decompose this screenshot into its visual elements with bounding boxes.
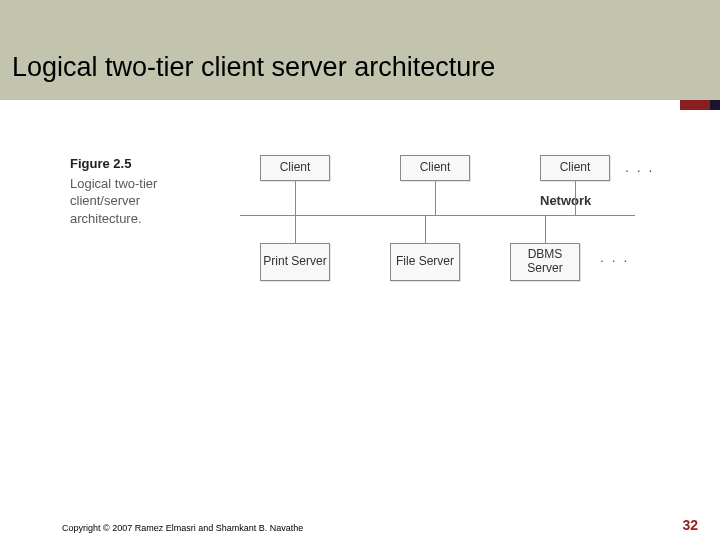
connector-line (575, 181, 576, 215)
figure-area: Figure 2.5 Logical two-tier client/serve… (70, 155, 670, 295)
accent-strip (0, 100, 720, 110)
network-label: Network (540, 193, 591, 208)
client-node: Client (400, 155, 470, 181)
slide-footer: Copyright © 2007 Ramez Elmasri and Shamk… (0, 513, 720, 533)
network-bus-line (240, 215, 635, 216)
server-node: File Server (390, 243, 460, 281)
server-node: DBMS Server (510, 243, 580, 281)
client-node: Client (260, 155, 330, 181)
figure-caption: Figure 2.5 Logical two-tier client/serve… (70, 155, 200, 227)
ellipsis-icon: . . . (600, 249, 629, 265)
connector-line (295, 215, 296, 243)
copyright-text: Copyright © 2007 Ramez Elmasri and Shamk… (62, 523, 303, 533)
client-node: Client (540, 155, 610, 181)
figure-caption-text: Logical two-tier client/server architect… (70, 176, 157, 226)
server-node: Print Server (260, 243, 330, 281)
connector-line (295, 181, 296, 215)
architecture-diagram: Client Client Client . . . Network Print… (240, 155, 670, 295)
connector-line (435, 181, 436, 215)
ellipsis-icon: . . . (625, 159, 654, 175)
figure-number: Figure 2.5 (70, 155, 200, 173)
title-bar: Logical two-tier client server architect… (0, 0, 720, 100)
page-number: 32 (682, 517, 698, 533)
slide-title: Logical two-tier client server architect… (12, 52, 495, 83)
connector-line (425, 215, 426, 243)
connector-line (545, 215, 546, 243)
